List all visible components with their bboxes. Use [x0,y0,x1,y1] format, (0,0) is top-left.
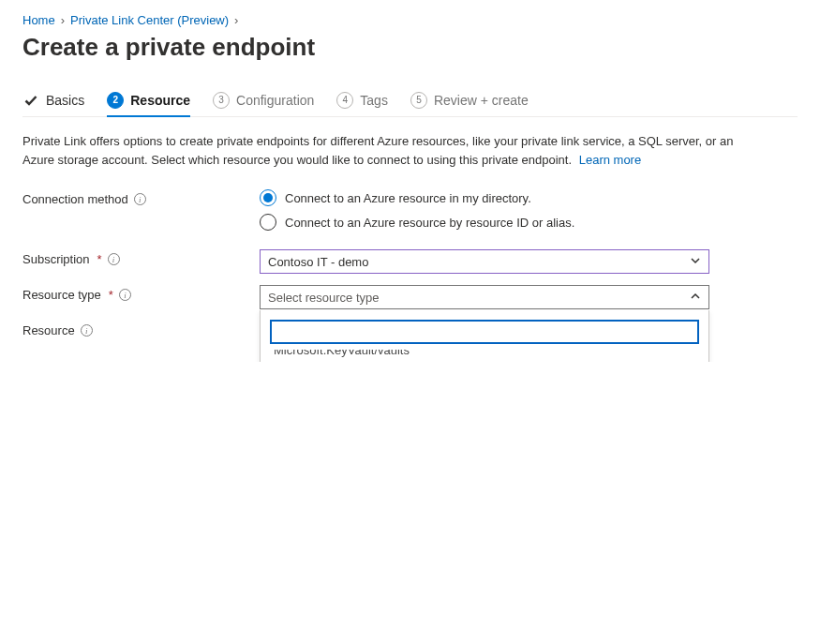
resource-type-select[interactable]: Select resource type [260,285,709,309]
page-title: Create a private endpoint [22,33,798,62]
required-asterisk: * [109,288,113,302]
chevron-down-icon [690,255,701,269]
step-number-icon: 4 [336,92,353,109]
select-placeholder: Select resource type [268,291,380,305]
info-icon[interactable]: i [119,289,131,301]
tab-label: Basics [46,93,84,108]
tab-label: Configuration [236,93,314,108]
connection-method-radio-group: Connect to an Azure resource in my direc… [260,189,709,231]
dropdown-option-list: Microsoft.KeyVault/vaultsMicrosoft.Machi… [261,350,708,362]
subscription-select[interactable]: Contoso IT - demo [260,249,709,274]
tab-label: Resource [130,93,190,108]
tab-tags[interactable]: 4 Tags [336,88,388,116]
breadcrumb-private-link-center[interactable]: Private Link Center (Preview) [70,13,229,27]
tab-review-create[interactable]: 5 Review + create [410,88,529,116]
chevron-up-icon [690,291,701,305]
resource-type-label: Resource type [22,288,101,302]
breadcrumb-home[interactable]: Home [22,13,55,27]
check-icon [22,92,39,109]
tab-label: Review + create [434,93,529,108]
step-number-icon: 2 [107,92,124,109]
radio-connect-by-id[interactable]: Connect to an Azure resource by resource… [260,214,709,231]
tab-configuration[interactable]: 3 Configuration [213,88,314,116]
info-icon[interactable]: i [134,193,146,205]
breadcrumb: Home › Private Link Center (Preview) › [22,13,798,27]
learn-more-link[interactable]: Learn more [579,153,641,167]
radio-label: Connect to an Azure resource by resource… [285,216,574,230]
connection-method-label: Connection method [22,192,128,206]
resource-type-dropdown: Microsoft.KeyVault/vaultsMicrosoft.Machi… [260,310,709,362]
dropdown-option[interactable]: Microsoft.KeyVault/vaults [261,350,708,357]
required-asterisk: * [97,252,102,266]
subscription-label: Subscription [22,252,90,266]
tab-resource[interactable]: 2 Resource [107,88,190,116]
row-resource-type: Resource type * i Select resource type [22,285,798,309]
radio-icon [260,189,276,206]
select-value: Contoso IT - demo [268,255,368,269]
row-subscription: Subscription * i Contoso IT - demo [22,249,798,274]
dropdown-option[interactable]: Microsoft.MachineLearningServices/worksp… [261,357,708,362]
radio-connect-my-directory[interactable]: Connect to an Azure resource in my direc… [260,189,709,206]
info-icon[interactable]: i [81,324,93,337]
dropdown-search-input[interactable] [270,320,699,344]
step-number-icon: 3 [213,92,230,109]
row-connection-method: Connection method i Connect to an Azure … [22,189,798,231]
resource-label: Resource [22,323,75,337]
step-number-icon: 5 [410,92,427,109]
tab-description: Private Link offers options to create pr… [22,132,735,169]
tab-label: Tags [360,93,388,108]
chevron-right-icon: › [61,13,65,27]
wizard-tabs: Basics 2 Resource 3 Configuration 4 Tags… [22,88,798,117]
scrollbar-track [699,350,708,362]
radio-label: Connect to an Azure resource in my direc… [285,191,531,205]
chevron-right-icon: › [234,13,238,27]
radio-icon [260,214,276,231]
info-icon[interactable]: i [108,253,120,265]
tab-basics[interactable]: Basics [22,88,84,116]
